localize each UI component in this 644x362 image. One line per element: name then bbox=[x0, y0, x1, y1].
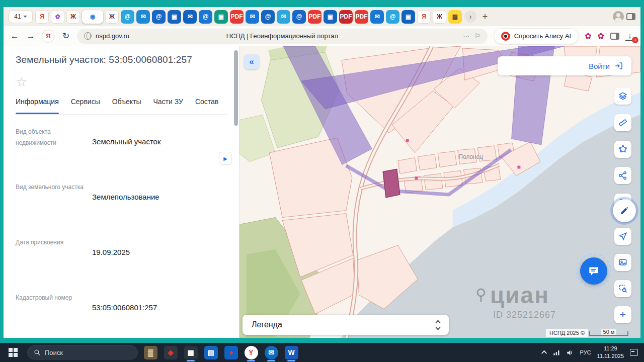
tabs-scroll-right-button[interactable]: ▶ bbox=[219, 152, 232, 165]
selected-parcel[interactable] bbox=[383, 169, 400, 197]
taskbar-search[interactable]: Поиск bbox=[27, 345, 138, 359]
browser-tab[interactable]: @ bbox=[152, 10, 166, 24]
site-info-icon[interactable] bbox=[84, 32, 92, 40]
browser-tab[interactable]: Я bbox=[35, 10, 49, 24]
collections-icon[interactable] bbox=[610, 33, 619, 40]
legend-expand-icon[interactable] bbox=[436, 321, 440, 329]
browser-tab[interactable]: ▨ bbox=[448, 10, 462, 24]
start-button[interactable] bbox=[3, 343, 23, 362]
browser-tab[interactable]: ✉ bbox=[370, 10, 384, 24]
volume-icon[interactable] bbox=[567, 349, 574, 356]
field-label: Кадастровый номер bbox=[16, 291, 87, 336]
taskbar-app[interactable]: W bbox=[283, 343, 300, 362]
panel-tab[interactable]: Сервисы bbox=[71, 98, 100, 114]
map-canvas[interactable]: Полонец bbox=[239, 46, 640, 338]
reload-button[interactable]: ↻ bbox=[61, 31, 71, 41]
browser-tab[interactable]: Ж bbox=[105, 10, 119, 24]
forward-button[interactable]: → bbox=[26, 31, 36, 41]
browser-tab[interactable]: ▣ bbox=[214, 10, 228, 24]
yandex-button[interactable]: Я bbox=[42, 30, 55, 43]
collapse-sidebar-button[interactable]: « bbox=[244, 54, 259, 69]
ask-alice-button[interactable]: Спросить Алису AI bbox=[494, 28, 579, 44]
taskbar-app[interactable]: ▦ bbox=[182, 343, 199, 362]
browser-tab[interactable]: Ж bbox=[433, 10, 446, 24]
login-bar[interactable]: Войти bbox=[498, 56, 631, 75]
browser-tab[interactable]: ✉ bbox=[246, 10, 259, 24]
taskbar-clock[interactable]: 11:29 11.11.2025 bbox=[597, 345, 624, 360]
side-panel-icon[interactable] bbox=[626, 13, 635, 20]
share-button[interactable] bbox=[614, 167, 631, 184]
taskbar-app[interactable]: Y bbox=[243, 343, 260, 362]
tab-favicon: @ bbox=[296, 14, 302, 20]
browser-tab[interactable]: ▣ bbox=[168, 10, 181, 24]
favorite-star-button[interactable]: ☆ bbox=[16, 75, 227, 88]
downloads-button[interactable]: ↓ 3 bbox=[625, 31, 634, 41]
browser-tab[interactable]: @ bbox=[386, 10, 399, 24]
browser-tab[interactable]: Я bbox=[417, 10, 431, 24]
chat-button[interactable] bbox=[580, 257, 607, 285]
browser-tab[interactable]: ◉ bbox=[82, 10, 103, 24]
select-area-button[interactable] bbox=[614, 141, 631, 158]
extension-rose2-icon[interactable]: ✿ bbox=[598, 32, 604, 40]
browser-tab[interactable]: PDF bbox=[355, 10, 368, 24]
field-value: Землепользование bbox=[92, 180, 227, 225]
browser-tab[interactable]: ✉ bbox=[136, 10, 150, 24]
layers-button[interactable] bbox=[614, 87, 631, 105]
app-icon: ◆ bbox=[168, 348, 174, 356]
locate-button[interactable] bbox=[614, 228, 631, 245]
map-container[interactable]: Полонец « Войти bbox=[239, 46, 640, 338]
pin-icon bbox=[475, 288, 487, 303]
panel-tab[interactable]: Объекты bbox=[112, 98, 141, 114]
bookmark-icon[interactable]: ⚐ bbox=[474, 32, 480, 40]
browser-tab[interactable]: @ bbox=[121, 10, 134, 24]
search-area-button[interactable] bbox=[614, 280, 631, 297]
draw-tool-button-active[interactable] bbox=[613, 199, 636, 222]
basemap-button[interactable] bbox=[614, 254, 631, 271]
tab-favicon: @ bbox=[203, 14, 209, 20]
profile-avatar[interactable] bbox=[613, 11, 624, 22]
panel-tab[interactable]: Части ЗУ bbox=[153, 98, 183, 114]
browser-tab[interactable]: @ bbox=[199, 10, 212, 24]
notification-icon[interactable] bbox=[630, 349, 638, 356]
taskbar-app[interactable]: ▤ bbox=[202, 343, 219, 362]
taskbar-app[interactable]: ▓ bbox=[142, 343, 159, 362]
panel-scrollbar[interactable] bbox=[234, 49, 238, 335]
browser-tab[interactable]: ✉ bbox=[277, 10, 290, 24]
arrow-right-icon: ▶ bbox=[223, 156, 227, 161]
chevron-right-icon: › bbox=[469, 13, 472, 21]
taskbar-app[interactable]: ◆ bbox=[162, 343, 179, 362]
scrollbar-thumb[interactable] bbox=[234, 50, 238, 126]
browser-tab[interactable]: @ bbox=[292, 10, 306, 24]
browser-tab[interactable]: PDF bbox=[308, 10, 321, 24]
browser-tab[interactable]: ▣ bbox=[324, 10, 337, 24]
network-icon[interactable] bbox=[553, 349, 560, 356]
field-row: Дата присвоения 19.09.2025 bbox=[16, 235, 227, 281]
tray-chevron-icon[interactable] bbox=[541, 350, 546, 356]
panel-tab[interactable]: Состав bbox=[195, 98, 218, 114]
zoom-in-button[interactable]: + bbox=[614, 306, 631, 323]
language-indicator[interactable]: РУС bbox=[580, 349, 591, 355]
browser-tab[interactable]: PDF bbox=[339, 10, 353, 24]
browser-tab[interactable]: ▣ bbox=[401, 10, 415, 24]
taskbar-app[interactable]: ● bbox=[222, 343, 239, 362]
more-icon[interactable]: ··· bbox=[463, 32, 469, 40]
field-label: Дата присвоения bbox=[16, 235, 87, 281]
app-icon: Y bbox=[249, 348, 253, 356]
extension-rose-icon[interactable]: ✿ bbox=[585, 32, 591, 40]
browser-tab[interactable]: ✿ bbox=[51, 10, 64, 24]
panel-tab[interactable]: Информация bbox=[16, 98, 59, 114]
back-button[interactable]: ← bbox=[10, 31, 20, 41]
tab-counter[interactable]: 41 bbox=[9, 10, 33, 23]
ruler-button[interactable] bbox=[614, 114, 631, 131]
browser-tab[interactable]: @ bbox=[261, 10, 275, 24]
browser-tab[interactable]: Ж bbox=[66, 10, 80, 24]
taskbar-app[interactable]: ✉ bbox=[263, 343, 280, 362]
tab-overflow-button[interactable]: › bbox=[464, 11, 476, 23]
alice-label: Спросить Алису AI bbox=[514, 32, 571, 40]
address-bar[interactable]: nspd.gov.ru НСПД | Геоинформационный пор… bbox=[77, 29, 488, 44]
legend-label: Легенда bbox=[252, 320, 282, 329]
browser-tab[interactable]: PDF bbox=[230, 10, 244, 24]
new-tab-button[interactable]: + bbox=[479, 11, 491, 23]
browser-tab[interactable]: ✉ bbox=[183, 10, 197, 24]
legend-bar[interactable]: Легенда bbox=[243, 315, 449, 335]
